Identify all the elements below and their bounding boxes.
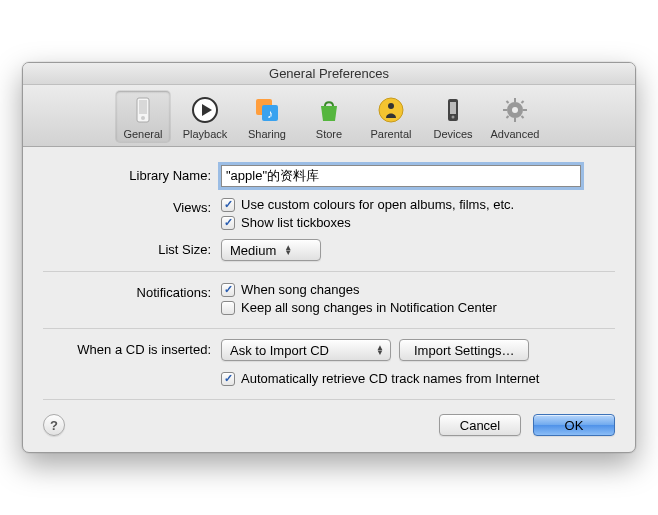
- svg-point-14: [512, 107, 518, 113]
- svg-rect-19: [506, 100, 510, 104]
- toolbar-tab-devices[interactable]: Devices: [426, 91, 480, 142]
- cd-action-value: Ask to Import CD: [230, 343, 329, 358]
- svg-point-9: [388, 103, 394, 109]
- select-arrows-icon: ▲▼: [284, 245, 292, 255]
- label-cd-inserted: When a CD is inserted:: [43, 339, 221, 357]
- separator: [43, 399, 615, 400]
- svg-rect-11: [450, 102, 456, 114]
- toolbar-tab-sharing[interactable]: ♪ Sharing: [240, 91, 294, 142]
- svg-rect-16: [514, 118, 516, 122]
- toolbar-label: Playback: [183, 128, 228, 140]
- svg-rect-20: [521, 115, 525, 119]
- toolbar-tab-playback[interactable]: Playback: [178, 91, 232, 142]
- svg-text:♪: ♪: [267, 107, 273, 121]
- label-list-size: List Size:: [43, 239, 221, 257]
- svg-rect-21: [521, 100, 525, 104]
- separator: [43, 271, 615, 272]
- ok-label: OK: [565, 418, 584, 433]
- svg-rect-1: [139, 100, 147, 114]
- toolbar-label: Parental: [371, 128, 412, 140]
- cancel-label: Cancel: [460, 418, 500, 433]
- checkbox-custom-colours[interactable]: [221, 198, 235, 212]
- import-settings-label: Import Settings…: [414, 343, 514, 358]
- label-library-name: Library Name:: [43, 165, 221, 183]
- content-area: Library Name: Views: Use custom colours …: [23, 147, 635, 452]
- toolbar-tab-store[interactable]: Store: [302, 91, 356, 142]
- gear-icon: [499, 94, 531, 126]
- checkbox-show-tickboxes-label: Show list tickboxes: [241, 215, 351, 230]
- svg-point-8: [379, 98, 403, 122]
- toolbar-tab-general[interactable]: General: [116, 91, 170, 142]
- help-label: ?: [50, 418, 58, 433]
- general-icon: [127, 94, 159, 126]
- checkbox-show-tickboxes[interactable]: [221, 216, 235, 230]
- checkbox-song-changes-label: When song changes: [241, 282, 360, 297]
- cd-action-select[interactable]: Ask to Import CD ▲▼: [221, 339, 391, 361]
- svg-rect-15: [514, 98, 516, 102]
- toolbar-label: Sharing: [248, 128, 286, 140]
- preferences-window: General Preferences General Playback ♪ S…: [22, 62, 636, 453]
- toolbar-tab-advanced[interactable]: Advanced: [488, 91, 542, 142]
- checkbox-keep-in-center[interactable]: [221, 301, 235, 315]
- svg-point-2: [141, 116, 145, 120]
- list-size-select[interactable]: Medium ▲▼: [221, 239, 321, 261]
- toolbar-label: Advanced: [491, 128, 540, 140]
- devices-icon: [437, 94, 469, 126]
- svg-rect-17: [503, 109, 507, 111]
- cancel-button[interactable]: Cancel: [439, 414, 521, 436]
- checkbox-song-changes[interactable]: [221, 283, 235, 297]
- toolbar-label: General: [123, 128, 162, 140]
- label-views: Views:: [43, 197, 221, 215]
- checkbox-custom-colours-label: Use custom colours for open albums, film…: [241, 197, 514, 212]
- select-arrows-icon: ▲▼: [376, 345, 384, 355]
- list-size-value: Medium: [230, 243, 276, 258]
- toolbar-label: Devices: [433, 128, 472, 140]
- separator: [43, 328, 615, 329]
- svg-rect-18: [523, 109, 527, 111]
- svg-point-12: [452, 116, 455, 119]
- checkbox-auto-retrieve-label: Automatically retrieve CD track names fr…: [241, 371, 539, 386]
- import-settings-button[interactable]: Import Settings…: [399, 339, 529, 361]
- preferences-toolbar: General Playback ♪ Sharing Store Parenta…: [23, 85, 635, 147]
- label-notifications: Notifications:: [43, 282, 221, 300]
- window-titlebar: General Preferences: [23, 63, 635, 85]
- playback-icon: [189, 94, 221, 126]
- checkbox-keep-in-center-label: Keep all song changes in Notification Ce…: [241, 300, 497, 315]
- svg-rect-22: [506, 115, 510, 119]
- checkbox-auto-retrieve[interactable]: [221, 372, 235, 386]
- help-button[interactable]: ?: [43, 414, 65, 436]
- toolbar-label: Store: [316, 128, 342, 140]
- store-icon: [313, 94, 345, 126]
- window-title: General Preferences: [269, 66, 389, 81]
- sharing-icon: ♪: [251, 94, 283, 126]
- toolbar-tab-parental[interactable]: Parental: [364, 91, 418, 142]
- parental-icon: [375, 94, 407, 126]
- ok-button[interactable]: OK: [533, 414, 615, 436]
- library-name-input[interactable]: [221, 165, 581, 187]
